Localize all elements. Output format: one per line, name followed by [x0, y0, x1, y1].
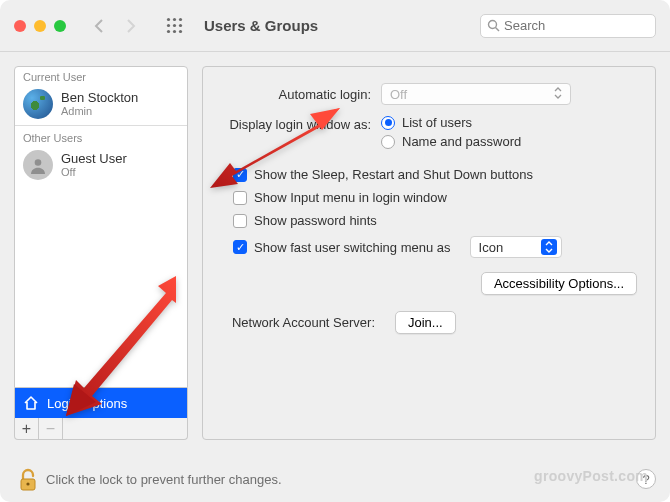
back-button[interactable]: [86, 12, 114, 40]
settings-panel: Automatic login: Off Display login windo…: [202, 66, 656, 440]
checkbox-icon: [233, 191, 247, 205]
syspref-window: Users & Groups Current User Ben Stockton…: [0, 0, 670, 502]
titlebar: Users & Groups: [0, 0, 670, 52]
checkbox-fast-user-switching[interactable]: ✓ Show fast user switching menu as Icon: [233, 236, 637, 258]
chevron-updown-icon: [541, 239, 557, 255]
svg-line-10: [496, 28, 500, 32]
user-name: Guest User: [61, 152, 127, 167]
user-role: Off: [61, 166, 127, 178]
join-button[interactable]: Join...: [395, 311, 456, 334]
current-user-header: Current User: [15, 67, 187, 85]
checkbox-icon: ✓: [233, 168, 247, 182]
help-button[interactable]: ?: [636, 469, 656, 489]
svg-point-1: [172, 18, 175, 21]
user-row-guest[interactable]: Guest User Off: [15, 146, 187, 184]
user-row-current[interactable]: Ben Stockton Admin: [15, 85, 187, 123]
automatic-login-dropdown[interactable]: Off: [381, 83, 571, 105]
svg-point-2: [178, 18, 181, 21]
svg-point-11: [35, 159, 42, 166]
search-input[interactable]: [504, 18, 649, 33]
login-options-button[interactable]: Login Options: [14, 388, 188, 418]
lock-text: Click the lock to prevent further change…: [46, 472, 282, 487]
checkbox-password-hints[interactable]: Show password hints: [233, 213, 637, 228]
zoom-window-button[interactable]: [54, 20, 66, 32]
fast-switching-value: Icon: [479, 240, 504, 255]
home-icon: [23, 395, 39, 411]
radio-list-of-users[interactable]: List of users: [381, 115, 521, 130]
accessibility-options-button[interactable]: Accessibility Options...: [481, 272, 637, 295]
radio-icon: [381, 135, 395, 149]
checkbox-icon: [233, 214, 247, 228]
svg-point-0: [166, 18, 169, 21]
svg-point-3: [166, 24, 169, 27]
nav-buttons: [86, 12, 144, 40]
close-window-button[interactable]: [14, 20, 26, 32]
search-icon: [487, 19, 500, 32]
remove-user-button[interactable]: −: [39, 418, 63, 439]
guest-avatar-icon: [23, 150, 53, 180]
user-name: Ben Stockton: [61, 91, 138, 106]
svg-point-7: [172, 30, 175, 33]
divider: [15, 125, 187, 126]
user-list: Current User Ben Stockton Admin Other Us…: [14, 66, 188, 388]
show-all-prefs-button[interactable]: [160, 12, 188, 40]
minimize-window-button[interactable]: [34, 20, 46, 32]
checkbox-input-menu[interactable]: Show Input menu in login window: [233, 190, 637, 205]
svg-point-5: [178, 24, 181, 27]
svg-point-8: [178, 30, 181, 33]
svg-point-9: [489, 21, 497, 29]
checkbox-icon: ✓: [233, 240, 247, 254]
footer: Click the lock to prevent further change…: [18, 468, 656, 490]
checkbox-label: Show password hints: [254, 213, 377, 228]
checkbox-sleep-restart-shutdown[interactable]: ✓ Show the Sleep, Restart and Shut Down …: [233, 167, 637, 182]
radio-label: Name and password: [402, 134, 521, 149]
radio-name-password[interactable]: Name and password: [381, 134, 521, 149]
checkbox-label: Show Input menu in login window: [254, 190, 447, 205]
forward-button[interactable]: [116, 12, 144, 40]
svg-point-13: [26, 482, 29, 485]
sidebar: Current User Ben Stockton Admin Other Us…: [14, 66, 188, 440]
checkbox-label: Show fast user switching menu as: [254, 240, 451, 255]
svg-point-6: [166, 30, 169, 33]
add-user-button[interactable]: +: [15, 418, 39, 439]
add-remove-bar: + −: [14, 418, 188, 440]
automatic-login-label: Automatic login:: [221, 87, 381, 102]
checkbox-label: Show the Sleep, Restart and Shut Down bu…: [254, 167, 533, 182]
login-options-label: Login Options: [47, 396, 127, 411]
page-title: Users & Groups: [204, 17, 318, 34]
radio-icon: [381, 116, 395, 130]
automatic-login-value: Off: [390, 87, 407, 102]
display-window-label: Display login window as:: [221, 115, 381, 132]
display-window-radiogroup: List of users Name and password: [381, 115, 521, 149]
radio-label: List of users: [402, 115, 472, 130]
chevron-updown-icon: [554, 87, 562, 101]
avatar: [23, 89, 53, 119]
fast-switching-dropdown[interactable]: Icon: [470, 236, 562, 258]
window-controls: [14, 20, 66, 32]
network-account-label: Network Account Server:: [221, 315, 385, 330]
search-field[interactable]: [480, 14, 656, 38]
svg-point-4: [172, 24, 175, 27]
other-users-header: Other Users: [15, 128, 187, 146]
lock-button[interactable]: [18, 468, 36, 490]
user-role: Admin: [61, 105, 138, 117]
